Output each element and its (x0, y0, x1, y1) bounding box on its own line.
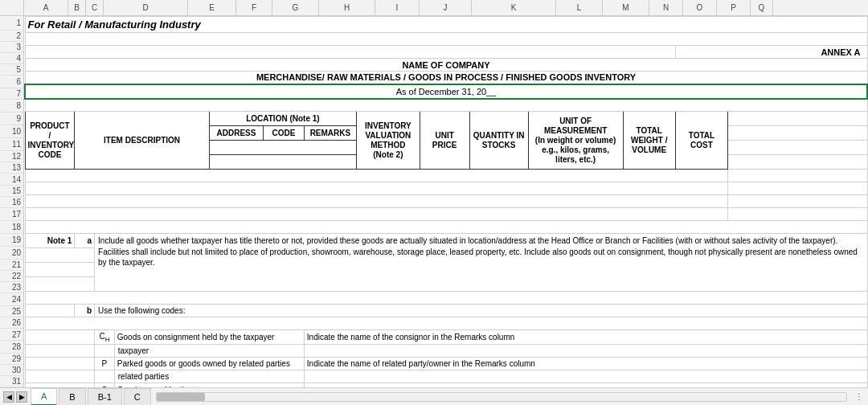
cell-r25-right (304, 345, 867, 358)
cell-r3-annex: ANNEX A (675, 46, 867, 59)
main-grid-area: 1 2 3 4 5 6 7 8 9 10 11 12 13 14 15 16 1… (0, 16, 868, 387)
col-h[interactable]: H (319, 0, 375, 15)
cell-r1-title[interactable]: For Retail / Manufacturing Industry (25, 17, 867, 33)
row-12-num: 12 (0, 151, 23, 162)
scrollbar-thumb (157, 393, 205, 401)
cell-r14-right (728, 195, 867, 208)
row-3-num: 3 (0, 42, 23, 53)
row-24-num: 24 (0, 293, 23, 306)
cell-r3-empty (25, 46, 675, 59)
cell-r18 (25, 248, 95, 263)
sheet-tab-b[interactable]: B (59, 388, 85, 406)
cell-r7 (25, 99, 867, 112)
cell-r20 (25, 277, 95, 292)
cell-r12[interactable] (25, 170, 728, 182)
row-17: Note 1 a Include all goods whether taxpa… (25, 234, 867, 248)
row-15 (25, 208, 867, 221)
cell-r27-right (304, 370, 867, 383)
col-b[interactable]: B (68, 0, 86, 15)
col-n[interactable]: N (649, 0, 683, 15)
cell-r25-ab (25, 345, 95, 358)
corner-cell (0, 0, 24, 15)
cell-header-address: ADDRESS (209, 126, 263, 141)
row-1: For Retail / Manufacturing Industry (25, 17, 867, 33)
cell-r11-empty (728, 155, 867, 170)
cell-r14[interactable] (25, 195, 728, 208)
cell-r10-empty (728, 141, 867, 155)
col-j[interactable]: J (420, 0, 472, 15)
tab-nav-prev[interactable]: ◀ (3, 391, 14, 403)
cell-header-unit-price: UNIT PRICE (420, 112, 469, 170)
col-d[interactable]: D (104, 0, 188, 15)
row-6: As of December 31, 20__ (25, 84, 867, 99)
col-p[interactable]: P (717, 0, 751, 15)
cell-r12-right (728, 170, 867, 182)
cell-r27-c (95, 370, 115, 383)
row-21 (25, 292, 867, 305)
row-7-num: 7 (0, 88, 23, 100)
row-5: MERCHANDISE/ RAW MATERIALS / GOODS IN PR… (25, 72, 867, 84)
tab-nav-next[interactable]: ▶ (16, 391, 27, 403)
cell-header-remarks: REMARKS (304, 126, 356, 141)
row-20-num: 20 (0, 247, 23, 260)
row-5-num: 5 (0, 64, 23, 76)
col-g[interactable]: G (272, 0, 319, 15)
col-m[interactable]: M (603, 0, 649, 15)
status-bar: ⋮ (850, 392, 868, 401)
cell-r6-asof[interactable]: As of December 31, 20__ (25, 84, 867, 99)
col-q[interactable]: Q (751, 0, 773, 15)
row-31-num: 31 (0, 376, 23, 387)
cell-note1a-label: a (75, 234, 95, 248)
row-24: CH Goods on consignment held by the taxp… (25, 330, 867, 345)
cell-r11-loc (209, 155, 356, 170)
col-f[interactable]: F (236, 0, 272, 15)
cell-header-total-weight: TOTAL WEIGHT / VOLUME (623, 112, 675, 170)
cell-note1-text: Include all goods whether taxpayer has t… (95, 234, 867, 292)
row-25-num: 25 (0, 306, 23, 317)
main-table: For Retail / Manufacturing Industry ANNE… (24, 16, 868, 387)
col-o[interactable]: O (683, 0, 717, 15)
row-13 (25, 182, 867, 195)
cell-r15[interactable] (25, 208, 728, 221)
cell-r28-ab (25, 383, 95, 388)
cell-r15-right (728, 208, 867, 221)
tab-navigation: ◀ ▶ (0, 391, 31, 403)
row-3: ANNEX A (25, 46, 867, 59)
sheet-tab-c[interactable]: C (124, 388, 151, 406)
row-7 (25, 99, 867, 112)
cell-r9-empty (728, 126, 867, 141)
cell-r8-empty (728, 112, 867, 126)
row-12 (25, 170, 867, 182)
col-k[interactable]: K (472, 0, 556, 15)
cell-r25-taxpayer: taxpayer (114, 345, 304, 358)
row-4: NAME OF COMPANY (25, 59, 867, 72)
cell-r27-related: related parties (114, 370, 304, 383)
col-i[interactable]: I (375, 0, 420, 15)
col-a[interactable]: A (24, 0, 68, 15)
cell-header-uom: UNIT OF MEASUREMENT (In weight or volume… (528, 112, 623, 170)
row-9-num: 9 (0, 112, 23, 125)
col-c[interactable]: C (86, 0, 104, 15)
row-22-num: 22 (0, 271, 23, 282)
row-29-num: 29 (0, 354, 23, 365)
sheet-tab-a[interactable]: A (31, 388, 57, 406)
row-1-num: 1 (0, 16, 23, 31)
cell-header-product: PRODUCT / INVENTORY CODE (25, 112, 75, 170)
cell-header-location: LOCATION (Note 1) (209, 112, 356, 126)
row-14 (25, 195, 867, 208)
sheet-tab-b1[interactable]: B-1 (88, 388, 122, 406)
row-27: related parties (25, 370, 867, 383)
cell-r23 (25, 317, 867, 330)
cell-code-p: P (95, 358, 115, 370)
cell-r22-a (25, 305, 75, 317)
row-8-num: 8 (0, 100, 23, 112)
cell-r13[interactable] (25, 182, 728, 195)
row-23 (25, 317, 867, 330)
col-l[interactable]: L (556, 0, 603, 15)
row-27-num: 27 (0, 329, 23, 340)
horizontal-scrollbar[interactable] (156, 392, 847, 402)
row-11-num: 11 (0, 138, 23, 151)
col-e[interactable]: E (188, 0, 236, 15)
row-28: O Goods owned by the taxpayer (25, 383, 867, 388)
column-headers: A B C D E F G H I J K L M N O P Q (0, 0, 868, 16)
